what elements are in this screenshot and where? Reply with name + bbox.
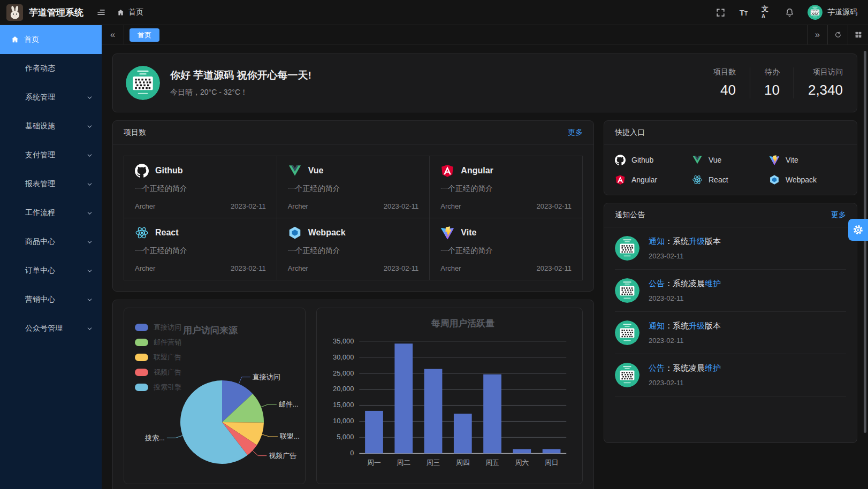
project-card[interactable]: Github 一个正经的简介 Archer 2023-02-11 [124, 156, 277, 218]
github-icon [615, 155, 626, 165]
project-name: React [155, 228, 179, 238]
projects-card-title: 项目数 [124, 128, 146, 137]
pie-chart-title: 用户访问来源 [183, 324, 238, 337]
svg-text:周三: 周三 [427, 459, 440, 467]
home-icon [117, 9, 125, 17]
sidebar-item[interactable]: 系统管理 [0, 83, 102, 112]
webpack-icon [769, 174, 780, 185]
svg-text:20,000: 20,000 [333, 385, 354, 393]
sidebar-item-label: 系统管理 [25, 93, 55, 102]
tabbar-spacer [159, 25, 807, 44]
notice-item[interactable]: 通知：系统升级版本 2023-02-11 [615, 227, 846, 270]
legend-swatch [135, 369, 148, 376]
sidebar-item[interactable]: 基础设施 [0, 112, 102, 141]
notice-item[interactable]: 公告：系统凌晨维护 2023-02-11 [615, 270, 846, 312]
legend-item[interactable]: 搜索引擎 [135, 383, 181, 392]
notice-title: 通知：系统升级版本 [649, 236, 721, 247]
hamburger-icon[interactable] [96, 7, 106, 17]
project-desc: 一个正经的简介 [288, 184, 419, 194]
sidebar-item[interactable]: 报表管理 [0, 170, 102, 198]
legend-swatch [135, 354, 148, 361]
gear-icon[interactable] [848, 219, 868, 241]
collapse-left-icon[interactable]: « [102, 25, 124, 44]
legend-item[interactable]: 邮件营销 [135, 338, 181, 347]
fullscreen-icon[interactable] [715, 7, 726, 18]
shortcut-link[interactable]: Webpack [769, 174, 846, 185]
qr-avatar-icon [615, 363, 639, 387]
sidebar-item[interactable]: 商品中心 [0, 227, 102, 256]
breadcrumb-item-home[interactable]: 首页 [128, 7, 143, 17]
bar-chart: 每周用户活跃量05,00010,00015,00020,00025,00030,… [317, 308, 582, 484]
welcome-weather: 今日晴，20°C - 32°C！ [170, 88, 311, 97]
translate-icon[interactable]: 文A [762, 7, 772, 18]
legend-label: 搜索引擎 [154, 383, 181, 392]
notice-item[interactable]: 通知：系统升级版本 2023-02-11 [615, 312, 846, 354]
shortcut-link[interactable]: Angular [615, 174, 692, 185]
webpack-icon [288, 226, 302, 240]
sidebar-item[interactable]: 营销中心 [0, 285, 102, 314]
breadcrumb: 首页 [117, 7, 143, 17]
projects-grid: Github 一个正经的简介 Archer 2023-02-11 Vue 一个正… [124, 156, 583, 280]
notice-item[interactable]: 公告：系统凌晨维护 2023-02-11 [615, 354, 846, 396]
project-date: 2023-02-11 [231, 202, 266, 210]
sidebar-item[interactable]: 公众号管理 [0, 314, 102, 343]
sidebar-item-label: 公众号管理 [25, 324, 63, 333]
projects-more-link[interactable]: 更多 [568, 128, 583, 137]
stat-label: 项目数 [713, 67, 736, 77]
svg-text:视频广告: 视频广告 [269, 452, 296, 460]
project-name: Vue [308, 166, 324, 175]
legend-swatch [135, 384, 148, 391]
shortcut-link[interactable]: Vue [692, 155, 769, 165]
chevron-down-icon [86, 181, 93, 188]
svg-text:邮件...: 邮件... [279, 400, 299, 408]
user-menu[interactable]: 芋道源码 [808, 5, 857, 20]
project-card[interactable]: Webpack 一个正经的简介 Archer 2023-02-11 [277, 218, 430, 280]
shortcut-link[interactable]: React [692, 174, 769, 185]
sidebar-item[interactable]: 订单中心 [0, 256, 102, 285]
svg-text:10,000: 10,000 [333, 417, 354, 425]
svg-text:联盟...: 联盟... [279, 432, 300, 440]
scrollbar[interactable] [864, 51, 866, 433]
refresh-icon[interactable] [827, 25, 848, 44]
legend-label: 联盟广告 [154, 353, 181, 362]
legend-label: 视频广告 [154, 368, 181, 377]
grid-icon[interactable] [848, 25, 868, 44]
shortcut-link[interactable]: Vite [769, 155, 846, 165]
notices-card-title: 通知公告 [615, 210, 645, 220]
rabbit-logo[interactable] [6, 4, 23, 21]
svg-text:周五: 周五 [485, 459, 499, 467]
legend-item[interactable]: 联盟广告 [135, 353, 181, 362]
svg-text:周二: 周二 [397, 459, 410, 467]
sidebar-item[interactable]: 作者动态 [0, 54, 102, 83]
pie-chart-card: 直接访问邮件...联盟...视频广告搜索... 用户访问来源 直接访问 邮件营销… [124, 308, 306, 484]
legend-item[interactable]: 视频广告 [135, 368, 181, 377]
shortcuts-grid: Github Vue Vite Angular React Webpack [604, 145, 857, 195]
header-actions: TT文A芋道源码 [715, 5, 857, 20]
svg-text:5,000: 5,000 [337, 433, 354, 441]
legend-swatch [135, 339, 148, 346]
shortcut-label: Vue [709, 156, 721, 164]
vite-icon [769, 155, 780, 165]
project-card[interactable]: Angular 一个正经的简介 Archer 2023-02-11 [430, 156, 582, 218]
sidebar-item[interactable]: 支付管理 [0, 141, 102, 170]
sidebar-item-label: 作者动态 [25, 64, 55, 73]
home-icon [11, 35, 19, 44]
project-card[interactable]: Vite 一个正经的简介 Archer 2023-02-11 [430, 218, 582, 280]
sidebar-item[interactable]: 工作流程 [0, 198, 102, 227]
legend-item[interactable]: 直接访问 [135, 323, 181, 332]
pie-chart-legend: 直接访问 邮件营销 联盟广告 视频广告 搜索引擎 [135, 323, 181, 398]
svg-text:搜索...: 搜索... [144, 434, 165, 442]
sidebar-item[interactable]: 首页 [0, 25, 102, 54]
shortcut-label: React [709, 175, 728, 184]
expand-right-icon[interactable]: » [807, 25, 827, 44]
project-card[interactable]: Vue 一个正经的简介 Archer 2023-02-11 [277, 156, 430, 218]
stat-group: 项目访问 2,340 [794, 67, 844, 98]
user-name: 芋道源码 [827, 7, 857, 17]
bell-icon[interactable] [785, 7, 795, 18]
shortcut-link[interactable]: Github [615, 155, 692, 165]
notices-more-link[interactable]: 更多 [831, 210, 846, 220]
tab-home[interactable]: 首页 [130, 28, 159, 42]
font-size-icon[interactable]: TT [738, 7, 749, 18]
project-card[interactable]: React 一个正经的简介 Archer 2023-02-11 [124, 218, 277, 280]
react-icon [135, 226, 149, 240]
